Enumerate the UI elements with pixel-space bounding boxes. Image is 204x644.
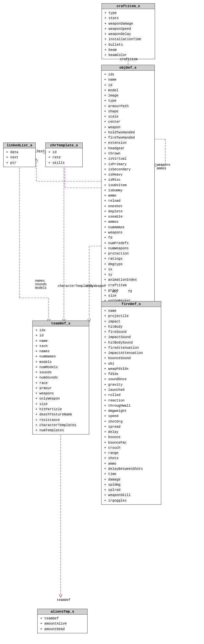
- field: + useable: [104, 214, 152, 219]
- teamdef-label: teamDef: [57, 598, 70, 602]
- chrtemplate-s-box: chrTemplate_s + id + rate + skills: [45, 142, 83, 167]
- field: + delayBetweenShots: [104, 466, 158, 471]
- field: + ammo: [104, 461, 158, 466]
- field: + numWeapons: [104, 246, 152, 251]
- alients-tmp-s-box: aliensTmp_s + teamDef + amountAlive + am…: [37, 609, 88, 633]
- field: + deathTextureName: [35, 412, 86, 417]
- field: + headgear: [104, 146, 152, 151]
- field: + reaction: [104, 398, 158, 403]
- field: + soundOnce: [104, 377, 158, 382]
- field: + weapons: [35, 391, 86, 396]
- field: + weaponSpeed: [104, 26, 152, 31]
- only-weapon-label: onlyWeapon: [86, 284, 105, 288]
- field: + fdIdx: [104, 371, 158, 377]
- field: + shotOrg: [104, 419, 158, 424]
- field: + holdTwoHanded: [104, 130, 152, 135]
- field: + teamDef: [40, 616, 85, 621]
- field: + ammos: [104, 219, 152, 224]
- craftitem-s-body: + type + stats + weaponDamage + weaponSp…: [102, 9, 155, 59]
- field: + rate: [48, 155, 80, 160]
- field: + numAmmos: [104, 225, 152, 230]
- field: + isHeavy: [104, 172, 152, 177]
- field: + bounce: [104, 435, 158, 440]
- field: + fd: [104, 235, 152, 240]
- craftitem-label: craftitem: [120, 58, 138, 61]
- field: + type: [104, 98, 152, 103]
- field: + fireAttenuation: [104, 345, 158, 350]
- field: + animationIndex: [104, 277, 152, 282]
- field: + hitBodySound: [104, 340, 158, 345]
- field: + isMisc: [104, 177, 152, 182]
- hext-label: hext: [37, 150, 44, 153]
- field: + speed: [104, 413, 158, 419]
- field: + armourPath: [104, 104, 152, 109]
- field: + size: [35, 401, 86, 407]
- field: + gravity: [104, 382, 158, 387]
- field: + extension: [104, 140, 152, 145]
- field: + stats: [104, 16, 152, 21]
- field: + numSounds: [35, 375, 86, 380]
- field: + isVirtual: [104, 156, 152, 161]
- field: + name: [104, 77, 152, 82]
- field: + onlyWeapon: [35, 396, 86, 401]
- field: + beam: [104, 47, 152, 52]
- field: + numFredefs: [104, 241, 152, 246]
- field: + sounds: [35, 370, 86, 375]
- field: + rolled: [104, 392, 158, 398]
- field: + obj: [104, 361, 158, 366]
- field: + dmgtype: [104, 262, 152, 267]
- field: + reload: [104, 198, 152, 203]
- field: + weapon: [104, 125, 152, 130]
- field: + characterTemplates: [35, 423, 86, 428]
- chrtemplate-s-title: chrTemplate_s: [46, 143, 82, 148]
- field: + oneshot: [104, 204, 152, 209]
- alients-tmp-s-title: aliensTmp_s: [38, 609, 87, 615]
- field: + spread: [104, 424, 158, 429]
- diagram-container: craftitem_s + type + stats + weaponDamag…: [0, 0, 204, 644]
- field: + delay: [104, 429, 158, 435]
- fd-label: fd: [128, 290, 132, 293]
- field: + hitBody: [104, 324, 158, 329]
- field: + damage: [104, 477, 158, 482]
- field: + spldmg: [104, 482, 158, 487]
- field: + fireSound: [104, 329, 158, 334]
- objdef-s-box: objDef_s + idx + name + id + model + ima…: [101, 65, 155, 305]
- field: + range: [104, 450, 158, 456]
- field: + craftitem: [104, 283, 152, 288]
- field: + id: [104, 83, 152, 88]
- field: + skills: [48, 160, 80, 165]
- field: + center: [104, 119, 152, 124]
- field: + ratings: [104, 256, 152, 261]
- field: + numTemplates: [35, 428, 86, 433]
- field: + dmgweight: [104, 408, 158, 413]
- field: + impactSound: [104, 334, 158, 340]
- field: + isDummy: [104, 188, 152, 193]
- field: + thrown: [104, 151, 152, 156]
- teamdef-s-body: + idx + id + name + tech + names + numNa…: [33, 326, 89, 434]
- field: + model: [104, 88, 152, 93]
- obj-label: obj: [112, 290, 118, 293]
- field: + scale: [104, 114, 152, 119]
- field: + weaponDelay: [104, 31, 152, 37]
- chrtemplate-s-body: + id + rate + skills: [46, 148, 82, 167]
- field: + installationTime: [104, 37, 152, 42]
- field: + shots: [104, 456, 158, 461]
- field: + weaponDamage: [104, 21, 152, 26]
- field: + numModels: [35, 365, 86, 370]
- linkedlist-s-title: linkedList_s: [4, 143, 35, 148]
- field: + protection: [104, 251, 152, 256]
- names-sounds-models-label: namessoundsmodels: [35, 279, 47, 290]
- field: + crouch: [104, 445, 158, 450]
- field: + sy: [104, 272, 152, 277]
- field: + ammo: [104, 193, 152, 198]
- field: + bullets: [104, 42, 152, 47]
- firedef-s-box: fireDef_s + name + projectile + impact +…: [101, 301, 161, 505]
- field: + amountAlive: [40, 621, 85, 626]
- field: + idx: [104, 72, 152, 77]
- field: + size: [104, 293, 152, 298]
- field: + amountDead: [40, 627, 85, 632]
- field: + resistance: [35, 417, 86, 423]
- field: + fireTwoHanded: [104, 135, 152, 140]
- field: + data: [6, 150, 33, 155]
- field: + bounceSound: [104, 356, 158, 361]
